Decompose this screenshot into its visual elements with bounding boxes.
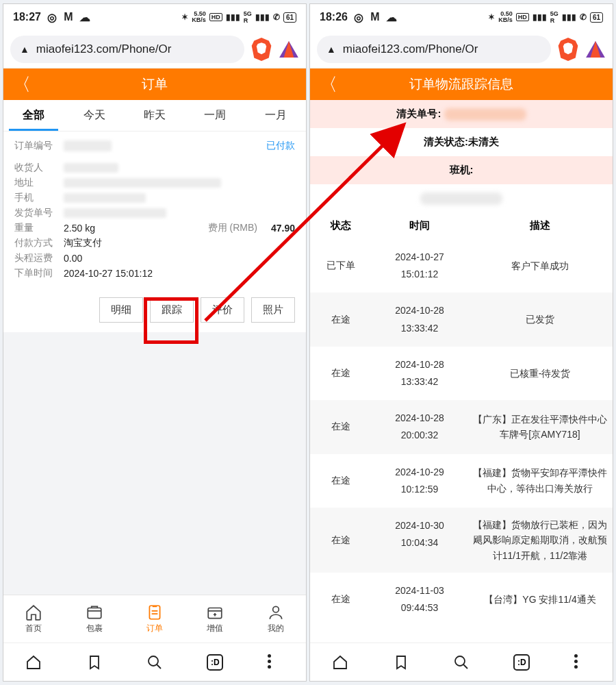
ship-value: 0.00 [64,253,82,264]
net-rate: 0.50KB/s [498,11,513,23]
row-time: 2024-11-0309:44:53 [372,582,467,616]
time-value: 2024-10-27 15:01:12 [64,268,153,279]
bluetooth-icon: ✶ [488,12,495,22]
orderno-redacted: --- [64,140,112,151]
nav-home[interactable]: 首页 [3,595,64,643]
tab-yesterday[interactable]: 昨天 [125,100,185,131]
tracking-row: 已下单2024-10-2715:01:12客户下单成功 [310,239,613,292]
bookmark-icon[interactable] [86,654,103,671]
nav-home-icon[interactable] [25,654,42,671]
nav-me[interactable]: 我的 [246,595,306,643]
row-time: 2024-10-3010:04:34 [372,517,467,563]
row-desc: 【广东】正在发往平潭快件中心 车牌号[京AMY718] [467,410,613,444]
back-button[interactable]: 〈 [13,68,31,100]
app-icon: ◎ [47,12,57,23]
cost-value: 47.90 [271,223,295,234]
url-box[interactable]: ▲ miaofei123.com/Phone/Or [317,36,551,63]
page-header: 〈 订单 [3,68,306,100]
pay-label: 付款方式 [14,237,64,249]
bookmark-icon[interactable] [393,654,409,671]
signal-icon: ▮▮▮ [226,12,240,22]
row-desc: 已核重-待发货 [467,356,613,390]
row-status: 在途 [310,582,372,616]
detail-button[interactable]: 明细 [99,297,143,323]
chat-icon: ☁ [79,12,90,23]
tab-week[interactable]: 一周 [185,100,245,131]
row-desc: 【台湾】YG 安排11/4通关 [467,582,613,616]
row-desc: 【福建】货物放行已装柜，因为飓风影响原定船期取消，改航预计11/1开航，11/2… [467,517,613,563]
weight-label: 重量 [14,222,64,234]
screenshot-right: 18:26 ◎ M ☁ ✶ 0.50KB/s HD ▮▮▮ 5GR ▮▮▮ ✆ … [309,3,613,682]
tracking-body: 已下单2024-10-2715:01:12客户下单成功在途2024-10-281… [310,239,613,643]
volte-icon: ✆ [273,12,280,22]
clearno-redacted [444,108,526,121]
tracking-row: 在途2024-10-2910:12:59【福建】货物平安卸存平潭快件中心，等待出… [310,454,613,508]
svg-point-5 [455,656,465,666]
phone-redacted: - [64,193,146,203]
orderno-label: 订单编号 [14,140,64,152]
row-desc: 【福建】货物平安卸存平潭快件中心，等待出口海关放行 [467,464,613,498]
tab-month[interactable]: 一月 [246,100,306,131]
ship-label: 头程运费 [14,252,64,264]
nav-vas[interactable]: 增值 [185,595,245,643]
search-icon[interactable] [146,654,163,671]
tab-all[interactable]: 全部 [3,100,64,131]
col-time: 时间 [372,219,467,232]
url-text: miaofei123.com/Phone/Or [343,42,478,56]
row-status: 在途 [310,517,372,563]
5g-icon: 5GR [550,10,559,24]
net-rate: 5.50KB/s [192,11,206,23]
review-button[interactable]: 评价 [201,297,244,323]
tabs-icon[interactable]: :D [513,654,530,671]
tracking-row: 在途2024-10-3010:04:34【福建】货物放行已装柜，因为飓风影响原定… [310,508,613,573]
recv-label: 收货人 [14,162,64,174]
brave-icon[interactable] [558,38,578,61]
clearno-label: 清关单号: [396,108,441,119]
clock: 18:26 [320,11,348,23]
tracking-row: 在途2024-11-0309:44:53【台湾】YG 安排11/4通关 [310,573,613,626]
paid-status: 已付款 [266,140,295,152]
page-title: 订单 [142,75,168,93]
svg-rect-0 [88,608,101,619]
tabs-icon[interactable]: :D [207,654,223,671]
row-time: 2024-10-2820:00:32 [372,410,467,444]
row-status: 已下单 [310,249,372,283]
chat-icon: ☁ [386,12,397,23]
photo-button[interactable]: 照片 [251,297,295,323]
mail-icon: M [370,12,381,23]
tab-today[interactable]: 今天 [64,100,124,131]
brave-icon[interactable] [251,38,272,61]
search-icon[interactable] [453,654,470,671]
volte-icon: ✆ [580,12,587,22]
signal2-icon: ▮▮▮ [562,12,576,22]
clearstatus-label: 清关状态: [424,136,468,147]
addr-redacted: - [64,178,221,188]
order-card: 订单编号 --- 已付款 收货人- 地址- 手机- 发货单号- 重量 2.50 … [3,132,306,288]
hd-icon: HD [516,13,529,21]
browser-address-bar: ▲ miaofei123.com/Phone/Or [3,30,306,68]
tracking-header: 状态 时间 描述 [310,212,613,239]
bat-icon[interactable] [279,39,299,60]
bat-icon[interactable] [585,39,606,60]
pay-value: 淘宝支付 [64,237,102,249]
tracking-row: 在途2024-10-2820:00:32【广东】正在发往平潭快件中心 车牌号[京… [310,400,613,453]
row-time: 2024-10-2910:12:59 [372,464,467,498]
col-desc: 描述 [467,219,613,232]
clock: 18:27 [13,11,41,23]
svg-point-3 [272,606,279,612]
row-status: 在途 [310,356,372,390]
clearance-status-row: 清关状态:未清关 [310,128,613,156]
signal-icon: ▮▮▮ [532,12,547,22]
insecure-icon: ▲ [20,44,29,55]
back-button[interactable]: 〈 [320,68,337,100]
row-time: 2024-10-2813:33:42 [372,356,467,390]
flight-label: 班机: [450,164,474,175]
menu-icon[interactable] [268,654,284,671]
url-box[interactable]: ▲ miaofei123.com/Phone/Or [10,36,244,63]
nav-home-icon[interactable] [332,654,348,671]
nav-orders[interactable]: 订单 [125,595,185,643]
nav-package[interactable]: 包裹 [64,595,124,643]
bluetooth-icon: ✶ [181,12,188,22]
phone-label: 手机 [14,192,64,204]
menu-icon[interactable] [574,654,591,671]
